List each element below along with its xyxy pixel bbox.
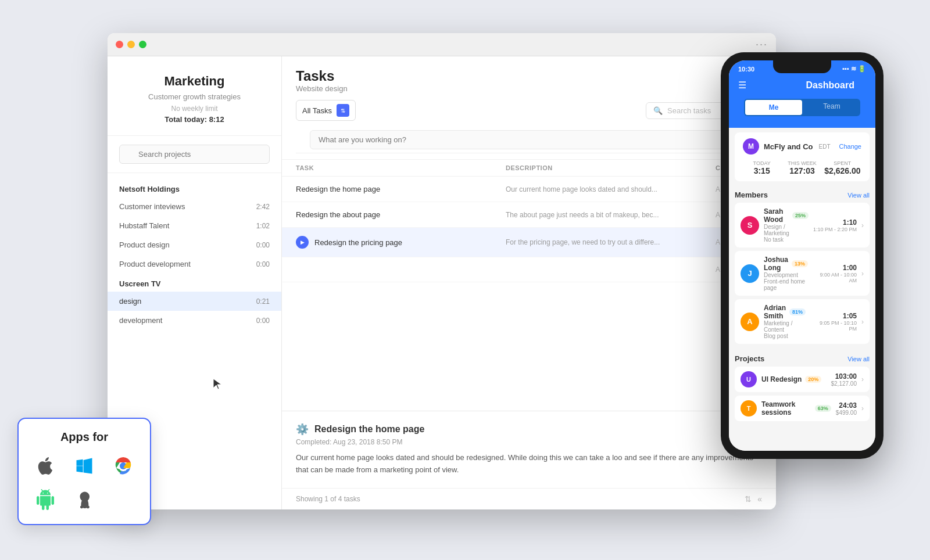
member-time-info: 1:00 9:00 AM - 10:00 AM	[813, 264, 857, 283]
apple-icon[interactable]	[33, 453, 58, 479]
phone-time: 10:30	[738, 66, 754, 73]
project-product-design[interactable]: Product design 0:00	[108, 235, 281, 254]
member-name-row: Sarah Wood 25%	[764, 207, 809, 224]
project-time: 0:00	[256, 260, 270, 268]
change-org-button[interactable]: Change	[839, 143, 861, 150]
project-name: Product design	[119, 240, 170, 249]
project-cost: $499.00	[836, 410, 857, 416]
task-detail-panel: ⚙️ Redesign the home page Completed: Aug…	[282, 411, 776, 488]
total-time: 8:12	[209, 115, 224, 124]
project-hubstaff-talent[interactable]: Hubstaff Talent 1:02	[108, 216, 281, 235]
maximize-button[interactable]	[139, 41, 146, 48]
task-description: For the pricing page, we need to try out…	[506, 238, 716, 246]
members-header: Members View all	[735, 191, 870, 199]
new-task-row: +	[296, 127, 762, 153]
project-product-development[interactable]: Product development 0:00	[108, 254, 281, 274]
member-joshua[interactable]: J Joshua Long 13% Development Front-end …	[735, 251, 870, 296]
tab-me[interactable]: Me	[745, 100, 802, 115]
project-badge: 63%	[815, 405, 831, 412]
project-name: Product development	[119, 260, 191, 268]
group-uscreen: Uscreen TV	[108, 274, 281, 292]
project-time-info: 24:03 $499.00	[836, 401, 857, 416]
stat-today-value: 3:15	[743, 166, 781, 175]
table-row[interactable]: Redesign the home page Our current home …	[282, 177, 776, 202]
total-label: Total today:	[164, 115, 207, 124]
apps-grid	[30, 453, 138, 512]
collapse-icon[interactable]: «	[757, 494, 762, 504]
apps-title: Apps for	[30, 430, 138, 444]
tab-team[interactable]: Team	[803, 99, 860, 116]
linux-icon[interactable]	[71, 487, 97, 512]
members-view-all[interactable]: View all	[847, 192, 870, 199]
project-uscreen-design[interactable]: design 0:21	[108, 292, 281, 311]
member-badge: 25%	[792, 212, 809, 219]
search-projects-input[interactable]	[119, 145, 270, 164]
member-time-info: 1:05 9:05 PM - 10:10 PM	[810, 312, 857, 332]
project-info: Teamwork sessions 63%	[761, 400, 831, 417]
filter-dropdown[interactable]: All Tasks ⇅	[296, 100, 356, 121]
task-name: Redesign the about page	[296, 210, 506, 219]
member-sarah[interactable]: S Sarah Wood 25% Design / Marketing No t…	[735, 203, 870, 247]
group-netsoft: Netsoft Holdings	[108, 179, 281, 197]
project-name-row: UI Redesign 20%	[761, 375, 827, 383]
project-avatar: T	[741, 400, 757, 417]
search-tasks-icon: 🔍	[653, 106, 663, 115]
total-today: Total today: 8:12	[119, 115, 270, 124]
col-task: TASK	[296, 164, 506, 171]
search-wrapper: 🔍	[119, 145, 270, 164]
table-row[interactable]: Redesign the about page The about page j…	[282, 202, 776, 228]
project-teamwork[interactable]: T Teamwork sessions 63% 24:03 $499.00 ›	[735, 396, 870, 421]
new-task-input[interactable]	[310, 130, 724, 149]
member-role: Marketing / Content	[764, 320, 806, 333]
minimize-button[interactable]	[127, 41, 135, 48]
project-hours: 103:00	[831, 372, 857, 380]
member-name: Joshua Long	[764, 256, 788, 272]
member-role: Development	[764, 272, 808, 278]
phone-stats: TODAY 3:15 THIS WEEK 127:03 SPENT $2,626…	[743, 160, 861, 175]
play-icon[interactable]: ▶	[296, 236, 309, 249]
weekly-limit: No weekly limit	[119, 105, 270, 113]
member-task: Front-end home page	[764, 278, 808, 291]
apps-for-card: Apps for	[17, 418, 151, 525]
phone-nav-title: Dashboard	[806, 80, 854, 91]
projects-header: Projects View all	[735, 354, 870, 363]
tasks-title: Tasks	[296, 68, 762, 84]
sidebar-search: 🔍	[108, 136, 281, 173]
member-task: No task	[764, 236, 809, 243]
org-edit-badge: EDT	[819, 143, 831, 150]
project-uscreen-development[interactable]: development 0:00	[108, 311, 281, 330]
project-customer-interviews[interactable]: Customer inteviews 2:42	[108, 197, 281, 216]
project-hours: 24:03	[836, 401, 857, 410]
main-window: ··· Marketing Customer growth strategies…	[108, 33, 776, 509]
org-name: McFly and Co	[764, 142, 813, 151]
stat-today: TODAY 3:15	[743, 160, 781, 175]
table-row-active[interactable]: ▶ Redesign the pricing page For the pric…	[282, 228, 776, 257]
member-time: 1:10	[813, 218, 857, 227]
org-card: M McFly and Co EDT Change TODAY 3:15 THI…	[735, 132, 870, 181]
member-name-row: Adrian Smith 81%	[764, 304, 806, 320]
close-button[interactable]	[116, 41, 123, 48]
project-name-row: Teamwork sessions 63%	[761, 400, 831, 417]
member-time-info: 1:10 1:10 PM - 2:20 PM	[813, 218, 857, 232]
projects-title: Projects	[735, 354, 764, 363]
android-icon[interactable]	[33, 487, 58, 512]
chrome-icon[interactable]	[110, 453, 136, 479]
stat-spent-label: SPENT	[824, 160, 861, 166]
chevron-right-icon: ›	[861, 404, 864, 412]
hamburger-icon[interactable]: ☰	[738, 80, 746, 91]
phone-tabs: Me Team	[744, 99, 860, 116]
window-menu-icon[interactable]: ···	[756, 38, 768, 51]
filter-icon[interactable]: ⇅	[745, 494, 752, 504]
chevron-right-icon: ›	[861, 221, 864, 229]
table-row[interactable]: A	[282, 257, 776, 282]
member-adrian[interactable]: A Adrian Smith 81% Marketing / Content B…	[735, 299, 870, 344]
company-subtitle: Customer growth strategies	[119, 92, 270, 101]
projects-view-all[interactable]: View all	[847, 356, 870, 362]
windows-icon[interactable]	[71, 453, 97, 479]
stat-week: THIS WEEK 127:03	[783, 160, 821, 175]
phone-container: 10:30 ▪▪▪ ≋ 🔋 ☰ Dashboard Me Team	[721, 52, 884, 471]
task-name: ▶ Redesign the pricing page	[296, 236, 506, 249]
task-name-text: Redesign the about page	[296, 210, 380, 219]
member-badge: 81%	[789, 308, 806, 315]
project-ui-redesign[interactable]: U UI Redesign 20% 103:00 $2,127.00 ›	[735, 367, 870, 392]
